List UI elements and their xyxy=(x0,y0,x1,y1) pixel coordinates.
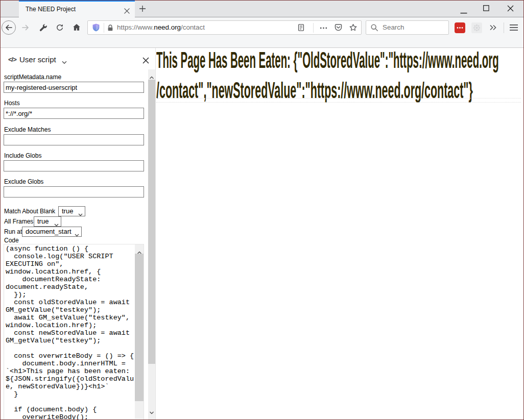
field-label-run-at: Run at xyxy=(4,227,22,237)
extension-icon[interactable] xyxy=(471,22,482,33)
sidebar-scrollbar-thumb[interactable] xyxy=(148,80,155,364)
sidebar-scrollbar[interactable] xyxy=(148,69,155,419)
match-about-blank-select[interactable]: true xyxy=(58,206,85,216)
code-scrollbar[interactable] xyxy=(135,244,144,419)
sidebar-border xyxy=(155,48,156,419)
field-label-exclude-globs: Exclude Globs xyxy=(4,178,43,185)
window-minimize-button[interactable] xyxy=(458,1,469,16)
url-scheme: https://www. xyxy=(117,23,154,31)
sidebar-close-icon[interactable] xyxy=(142,57,149,63)
userscript-code-icon: </> xyxy=(8,56,16,63)
code-editor[interactable]: (async function () { console.log("USER S… xyxy=(4,244,144,420)
scroll-down-icon[interactable] xyxy=(150,407,154,416)
include-globs-input[interactable] xyxy=(4,160,144,171)
new-tab-button[interactable] xyxy=(137,5,148,13)
script-name-input[interactable] xyxy=(4,82,144,93)
search-icon xyxy=(370,23,378,34)
field-label-code: Code xyxy=(4,237,19,244)
password-manager-extension-icon[interactable] xyxy=(455,22,465,33)
window-close-button[interactable] xyxy=(505,1,516,16)
field-label-hosts: Hosts xyxy=(4,100,20,107)
exclude-globs-input[interactable] xyxy=(4,186,144,197)
lock-icon xyxy=(107,24,114,34)
hosts-input[interactable] xyxy=(4,108,144,119)
search-placeholder: Search xyxy=(383,21,404,34)
url-text[interactable]: https://www.need.org/contact xyxy=(117,21,205,34)
code-scrollbar-thumb[interactable] xyxy=(135,254,144,401)
dotted-divider-1 xyxy=(156,98,521,98)
url-path: /contact xyxy=(181,23,205,31)
sidebar-title: User script xyxy=(19,55,56,64)
all-frames-select[interactable]: true xyxy=(34,216,61,227)
field-label-script-name: scriptMetadata.name xyxy=(4,73,61,81)
page-heading-line2: /contact","newStoredValue":"https://www.… xyxy=(156,75,524,105)
bookmark-star-icon[interactable] xyxy=(349,23,358,34)
url-bar[interactable]: https://www.need.org/contact xyxy=(87,20,362,35)
urlbar-actions-separator xyxy=(313,23,314,33)
tab-title: The NEED Project xyxy=(26,2,76,17)
tab-close-icon[interactable] xyxy=(124,7,130,12)
pocket-icon[interactable] xyxy=(334,23,343,34)
hamburger-menu-icon[interactable] xyxy=(510,24,518,33)
tab-the-need-project[interactable]: The NEED Project xyxy=(19,1,135,17)
run-at-select[interactable]: document_start xyxy=(22,227,82,237)
dotted-divider-2 xyxy=(156,102,521,103)
match-about-blank-value: true xyxy=(62,207,73,216)
chevron-down-icon xyxy=(75,231,79,238)
url-domain: need.org xyxy=(154,23,181,31)
forward-button[interactable] xyxy=(21,23,30,32)
home-button[interactable] xyxy=(73,23,81,32)
all-frames-value: true xyxy=(37,217,49,226)
chevron-down-icon xyxy=(78,210,83,218)
browser-window: The NEED Project https://www.need.org/co… xyxy=(0,0,524,420)
search-bar[interactable]: Search xyxy=(366,20,449,35)
page-actions-icon[interactable] xyxy=(320,24,327,34)
back-button[interactable] xyxy=(2,20,16,35)
field-label-exclude-matches: Exclude Matches xyxy=(4,126,51,133)
page-heading: This Page Has Been Eaten: {"OldStoredVal… xyxy=(156,45,524,105)
wrench-icon[interactable] xyxy=(39,23,47,32)
field-label-include-globs: Include Globs xyxy=(4,152,41,159)
sidebar-title-chevron-icon[interactable] xyxy=(62,57,67,66)
tracking-protection-shield-icon[interactable] xyxy=(91,23,101,35)
code-text: (async function () { console.log("USER S… xyxy=(4,244,144,420)
urlbar-separator xyxy=(104,23,104,33)
exclude-matches-input[interactable] xyxy=(4,134,144,145)
window-maximize-button[interactable] xyxy=(481,1,492,16)
toolbar-separator xyxy=(504,22,504,33)
reload-button[interactable] xyxy=(56,23,64,32)
run-at-value: document_start xyxy=(26,227,72,236)
field-label-match-about-blank: Match About Blank xyxy=(4,206,55,216)
overflow-menu-icon[interactable] xyxy=(489,24,497,33)
reader-view-icon[interactable] xyxy=(297,23,305,34)
page-heading-line1: This Page Has Been Eaten: {"OldStoredVal… xyxy=(156,45,511,75)
field-label-all-frames: All Frames xyxy=(4,216,33,227)
